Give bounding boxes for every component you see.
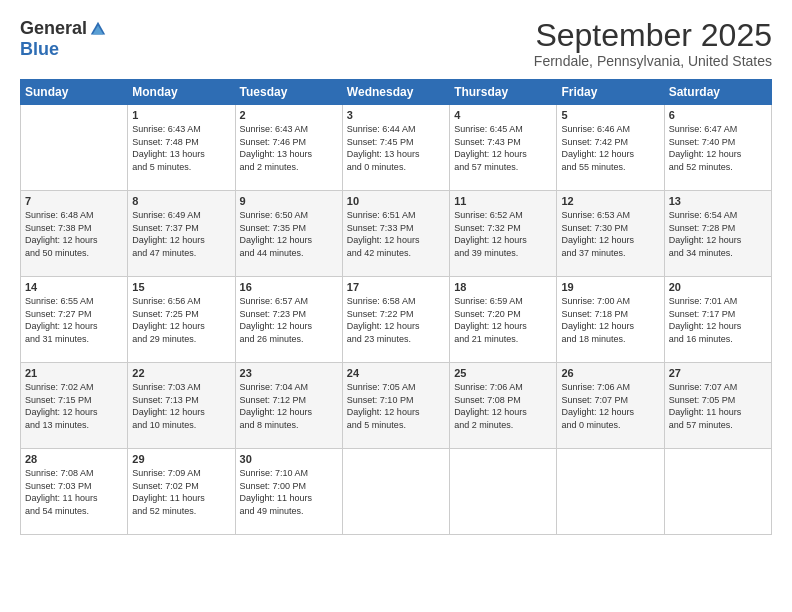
- calendar-cell: 18Sunrise: 6:59 AMSunset: 7:20 PMDayligh…: [450, 277, 557, 363]
- calendar-cell: 30Sunrise: 7:10 AMSunset: 7:00 PMDayligh…: [235, 449, 342, 535]
- day-number: 9: [240, 195, 338, 207]
- day-info: Sunrise: 6:48 AMSunset: 7:38 PMDaylight:…: [25, 209, 123, 259]
- day-number: 1: [132, 109, 230, 121]
- day-number: 13: [669, 195, 767, 207]
- day-info: Sunrise: 7:00 AMSunset: 7:18 PMDaylight:…: [561, 295, 659, 345]
- logo: General Blue: [20, 18, 107, 60]
- calendar-cell: 10Sunrise: 6:51 AMSunset: 7:33 PMDayligh…: [342, 191, 449, 277]
- day-number: 25: [454, 367, 552, 379]
- calendar-cell: 5Sunrise: 6:46 AMSunset: 7:42 PMDaylight…: [557, 105, 664, 191]
- day-number: 11: [454, 195, 552, 207]
- day-info: Sunrise: 7:04 AMSunset: 7:12 PMDaylight:…: [240, 381, 338, 431]
- calendar-cell: 2Sunrise: 6:43 AMSunset: 7:46 PMDaylight…: [235, 105, 342, 191]
- header-cell-monday: Monday: [128, 80, 235, 105]
- day-number: 18: [454, 281, 552, 293]
- day-info: Sunrise: 7:05 AMSunset: 7:10 PMDaylight:…: [347, 381, 445, 431]
- day-info: Sunrise: 7:01 AMSunset: 7:17 PMDaylight:…: [669, 295, 767, 345]
- day-info: Sunrise: 6:59 AMSunset: 7:20 PMDaylight:…: [454, 295, 552, 345]
- day-number: 19: [561, 281, 659, 293]
- calendar-cell: [342, 449, 449, 535]
- day-number: 4: [454, 109, 552, 121]
- day-number: 16: [240, 281, 338, 293]
- calendar-cell: 15Sunrise: 6:56 AMSunset: 7:25 PMDayligh…: [128, 277, 235, 363]
- day-number: 14: [25, 281, 123, 293]
- calendar-cell: 9Sunrise: 6:50 AMSunset: 7:35 PMDaylight…: [235, 191, 342, 277]
- calendar-cell: 22Sunrise: 7:03 AMSunset: 7:13 PMDayligh…: [128, 363, 235, 449]
- calendar-cell: 27Sunrise: 7:07 AMSunset: 7:05 PMDayligh…: [664, 363, 771, 449]
- day-number: 2: [240, 109, 338, 121]
- logo-general-text: General: [20, 18, 87, 39]
- day-number: 15: [132, 281, 230, 293]
- header: General Blue September 2025 Ferndale, Pe…: [20, 18, 772, 69]
- day-info: Sunrise: 7:06 AMSunset: 7:07 PMDaylight:…: [561, 381, 659, 431]
- day-info: Sunrise: 6:49 AMSunset: 7:37 PMDaylight:…: [132, 209, 230, 259]
- calendar-cell: 25Sunrise: 7:06 AMSunset: 7:08 PMDayligh…: [450, 363, 557, 449]
- calendar-cell: 12Sunrise: 6:53 AMSunset: 7:30 PMDayligh…: [557, 191, 664, 277]
- day-number: 29: [132, 453, 230, 465]
- location: Ferndale, Pennsylvania, United States: [534, 53, 772, 69]
- day-number: 22: [132, 367, 230, 379]
- day-info: Sunrise: 6:44 AMSunset: 7:45 PMDaylight:…: [347, 123, 445, 173]
- calendar-cell: 19Sunrise: 7:00 AMSunset: 7:18 PMDayligh…: [557, 277, 664, 363]
- calendar-week-2: 7Sunrise: 6:48 AMSunset: 7:38 PMDaylight…: [21, 191, 772, 277]
- calendar-cell: 7Sunrise: 6:48 AMSunset: 7:38 PMDaylight…: [21, 191, 128, 277]
- day-info: Sunrise: 6:52 AMSunset: 7:32 PMDaylight:…: [454, 209, 552, 259]
- logo-icon: [89, 20, 107, 38]
- calendar-week-5: 28Sunrise: 7:08 AMSunset: 7:03 PMDayligh…: [21, 449, 772, 535]
- day-info: Sunrise: 7:03 AMSunset: 7:13 PMDaylight:…: [132, 381, 230, 431]
- calendar-week-4: 21Sunrise: 7:02 AMSunset: 7:15 PMDayligh…: [21, 363, 772, 449]
- day-info: Sunrise: 6:47 AMSunset: 7:40 PMDaylight:…: [669, 123, 767, 173]
- calendar-cell: 29Sunrise: 7:09 AMSunset: 7:02 PMDayligh…: [128, 449, 235, 535]
- day-number: 26: [561, 367, 659, 379]
- calendar-cell: [664, 449, 771, 535]
- day-number: 7: [25, 195, 123, 207]
- title-block: September 2025 Ferndale, Pennsylvania, U…: [534, 18, 772, 69]
- day-info: Sunrise: 6:54 AMSunset: 7:28 PMDaylight:…: [669, 209, 767, 259]
- header-row: SundayMondayTuesdayWednesdayThursdayFrid…: [21, 80, 772, 105]
- header-cell-tuesday: Tuesday: [235, 80, 342, 105]
- calendar-cell: 17Sunrise: 6:58 AMSunset: 7:22 PMDayligh…: [342, 277, 449, 363]
- day-info: Sunrise: 6:43 AMSunset: 7:46 PMDaylight:…: [240, 123, 338, 173]
- calendar-cell: 26Sunrise: 7:06 AMSunset: 7:07 PMDayligh…: [557, 363, 664, 449]
- calendar-cell: 28Sunrise: 7:08 AMSunset: 7:03 PMDayligh…: [21, 449, 128, 535]
- day-number: 20: [669, 281, 767, 293]
- header-cell-sunday: Sunday: [21, 80, 128, 105]
- day-info: Sunrise: 7:06 AMSunset: 7:08 PMDaylight:…: [454, 381, 552, 431]
- day-number: 28: [25, 453, 123, 465]
- day-info: Sunrise: 6:57 AMSunset: 7:23 PMDaylight:…: [240, 295, 338, 345]
- logo-blue-text: Blue: [20, 39, 59, 60]
- day-number: 27: [669, 367, 767, 379]
- calendar-cell: [21, 105, 128, 191]
- header-cell-friday: Friday: [557, 80, 664, 105]
- calendar-cell: 14Sunrise: 6:55 AMSunset: 7:27 PMDayligh…: [21, 277, 128, 363]
- calendar-cell: 1Sunrise: 6:43 AMSunset: 7:48 PMDaylight…: [128, 105, 235, 191]
- calendar-cell: 4Sunrise: 6:45 AMSunset: 7:43 PMDaylight…: [450, 105, 557, 191]
- calendar-cell: 3Sunrise: 6:44 AMSunset: 7:45 PMDaylight…: [342, 105, 449, 191]
- calendar-cell: 11Sunrise: 6:52 AMSunset: 7:32 PMDayligh…: [450, 191, 557, 277]
- day-number: 10: [347, 195, 445, 207]
- calendar-cell: [557, 449, 664, 535]
- calendar-cell: 8Sunrise: 6:49 AMSunset: 7:37 PMDaylight…: [128, 191, 235, 277]
- day-number: 24: [347, 367, 445, 379]
- day-number: 17: [347, 281, 445, 293]
- day-number: 5: [561, 109, 659, 121]
- month-title: September 2025: [534, 18, 772, 53]
- day-number: 23: [240, 367, 338, 379]
- day-number: 21: [25, 367, 123, 379]
- header-cell-saturday: Saturday: [664, 80, 771, 105]
- day-info: Sunrise: 6:53 AMSunset: 7:30 PMDaylight:…: [561, 209, 659, 259]
- header-cell-thursday: Thursday: [450, 80, 557, 105]
- calendar-week-3: 14Sunrise: 6:55 AMSunset: 7:27 PMDayligh…: [21, 277, 772, 363]
- day-info: Sunrise: 6:58 AMSunset: 7:22 PMDaylight:…: [347, 295, 445, 345]
- day-info: Sunrise: 6:55 AMSunset: 7:27 PMDaylight:…: [25, 295, 123, 345]
- calendar-cell: 16Sunrise: 6:57 AMSunset: 7:23 PMDayligh…: [235, 277, 342, 363]
- header-cell-wednesday: Wednesday: [342, 80, 449, 105]
- calendar-week-1: 1Sunrise: 6:43 AMSunset: 7:48 PMDaylight…: [21, 105, 772, 191]
- calendar-cell: 23Sunrise: 7:04 AMSunset: 7:12 PMDayligh…: [235, 363, 342, 449]
- day-number: 30: [240, 453, 338, 465]
- day-number: 8: [132, 195, 230, 207]
- calendar-cell: [450, 449, 557, 535]
- calendar-cell: 24Sunrise: 7:05 AMSunset: 7:10 PMDayligh…: [342, 363, 449, 449]
- day-info: Sunrise: 6:56 AMSunset: 7:25 PMDaylight:…: [132, 295, 230, 345]
- day-info: Sunrise: 7:09 AMSunset: 7:02 PMDaylight:…: [132, 467, 230, 517]
